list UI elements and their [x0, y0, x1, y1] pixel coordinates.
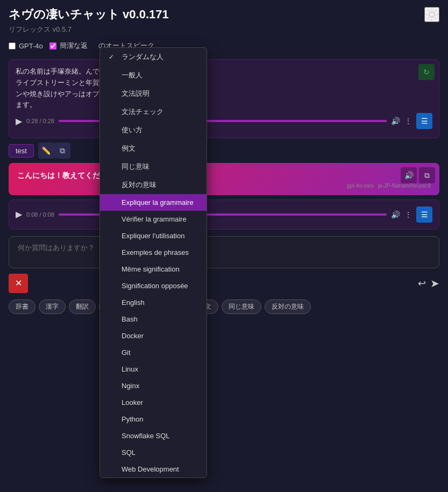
dropdown-item-python[interactable]: Python	[100, 411, 207, 427]
more-button-1[interactable]: ⋮	[404, 117, 412, 125]
volume-button-pink[interactable]: 🔊	[401, 167, 417, 183]
tag-onaji[interactable]: 同じ意味	[222, 300, 261, 314]
copy-button-pink[interactable]: ⧉	[419, 167, 435, 183]
dropdown-item-verifier-grammaire[interactable]: Vérifier la grammaire	[100, 211, 207, 227]
edit-tag-button[interactable]: ✏️	[38, 142, 54, 159]
volume-button-2[interactable]: 🔊	[391, 210, 400, 219]
dropdown-item-tsukaikata[interactable]: 使い方	[100, 121, 207, 139]
chat-area: ↻ 私の名前は手塚奈緒。んでいます。漫画編集者です。趣味は ライブストリーミンと…	[0, 55, 448, 234]
dropdown-item-expliquer-grammaire[interactable]: Expliquer la grammaire	[100, 194, 207, 211]
dropdown-item-git[interactable]: Git	[100, 344, 207, 361]
audio-time-2: 0:08 / 0:08	[26, 211, 54, 218]
svg-line-3	[428, 10, 428, 11]
message-actions-1: ↻	[418, 64, 435, 80]
audio-block-2: ▶ 0:08 / 0:08 🔊 ⋮ ☰	[9, 199, 439, 230]
svg-point-0	[429, 12, 435, 17]
pink-message-block: 🔊 ⧉ こんにちは！教えてください。楽しみにしています！ gpt-4o-mini…	[9, 163, 439, 195]
audio-bar-2: ▶ 0:08 / 0:08 🔊 ⋮ ☰	[16, 204, 432, 225]
more-button-2[interactable]: ⋮	[404, 210, 412, 219]
pink-message-actions: 🔊 ⧉	[401, 167, 435, 183]
test-tag-block: test ✏️ ⧉	[9, 142, 439, 159]
dropdown-item-reibun[interactable]: 例文	[100, 139, 207, 158]
top-bar: GPT-4o 簡潔な返 のオートスピーク	[0, 39, 448, 55]
dropdown-item-signification-opposee[interactable]: Signification opposée	[100, 277, 207, 294]
list-button-1[interactable]: ☰	[416, 113, 432, 129]
dropdown-item-webdev[interactable]: Web Development	[100, 461, 207, 477]
dropdown-item-bunpo-setumei[interactable]: 文法説明	[100, 84, 207, 103]
play-button-1[interactable]: ▶	[16, 116, 22, 126]
dropdown-item-nginx[interactable]: Nginx	[100, 377, 207, 394]
refresh-button-1[interactable]: ↻	[418, 64, 435, 80]
svg-line-7	[428, 18, 428, 18]
dropdown-item-general[interactable]: 一般人	[100, 66, 207, 84]
gpt4o-checkbox-label[interactable]: GPT-4o	[9, 42, 43, 50]
dropdown-item-english[interactable]: English	[100, 294, 207, 311]
volume-button-1[interactable]: 🔊	[391, 117, 400, 125]
audio-time-1: 0:28 / 0:28	[26, 118, 54, 124]
tag-honyaku[interactable]: 翻訳	[69, 300, 96, 314]
dropdown-item-exemples[interactable]: Exemples de phrases	[100, 244, 207, 261]
message-text-1: 私の名前は手塚奈緒。んでいます。漫画編集者です。趣味は ライブストリーミンと年賀…	[16, 66, 432, 111]
header: ネヴの凄いチャット v0.0.171	[0, 0, 448, 25]
simple-reply-checkbox[interactable]	[49, 42, 56, 49]
clear-button[interactable]: ✕	[9, 274, 28, 293]
svg-line-8	[435, 10, 436, 11]
bottom-tags: 辞書 漢字 翻訳 文法チェック 使い方 例文 同じ意味 反対の意味	[0, 295, 448, 318]
input-controls: ✕ ↩ ➤	[9, 274, 439, 293]
source-label-2: ja-JP-NanamiNeural:8	[378, 183, 431, 189]
test-tag: test	[9, 144, 34, 158]
dropdown-item-looker[interactable]: Looker	[100, 394, 207, 411]
dropdown-item-sql[interactable]: SQL	[100, 444, 207, 461]
undo-button[interactable]: ↩	[418, 277, 426, 289]
dropdown-item-expliquer-utilisation[interactable]: Expliquer l'utilisation	[100, 227, 207, 244]
message-block-1: ↻ 私の名前は手塚奈緒。んでいます。漫画編集者です。趣味は ライブストリーミンと…	[9, 59, 439, 138]
dropdown-item-linux[interactable]: Linux	[100, 361, 207, 377]
copy-tag-button[interactable]: ⧉	[54, 142, 70, 159]
app-title: ネヴの凄いチャット v0.0.171	[9, 6, 169, 23]
list-button-2[interactable]: ☰	[416, 206, 432, 223]
play-button-2[interactable]: ▶	[16, 209, 22, 219]
simple-reply-checkbox-label[interactable]: 簡潔な返	[49, 41, 88, 51]
dropdown-item-bunpo-check[interactable]: 文法チェック	[100, 103, 207, 121]
source-label-1: gpt-4o-mini	[347, 183, 374, 189]
app-subtitle: リフレックス v0.5.7	[0, 25, 448, 39]
tag-hantai[interactable]: 反対の意味	[265, 300, 311, 314]
check-icon-random: ✓	[109, 53, 117, 61]
send-button[interactable]: ➤	[430, 277, 439, 290]
tag-jisho[interactable]: 辞書	[9, 300, 35, 314]
pink-message-text: こんにちは！教えてください。楽しみにしています！	[17, 169, 431, 181]
dropdown-item-meme-signification[interactable]: Même signification	[100, 261, 207, 277]
svg-line-4	[435, 18, 436, 18]
dropdown-item-bash[interactable]: Bash	[100, 311, 207, 327]
message-input[interactable]	[9, 236, 439, 268]
dropdown-item-onaji[interactable]: 同じ意味	[100, 158, 207, 176]
audio-bar-1: ▶ 0:28 / 0:28 🔊 ⋮ ☰	[16, 111, 432, 131]
dropdown-item-docker[interactable]: Docker	[100, 327, 207, 344]
theme-toggle-button[interactable]	[424, 7, 439, 22]
input-area: ✕ ↩ ➤	[0, 234, 448, 295]
dropdown-item-random[interactable]: ✓ ランダムな人	[100, 48, 207, 66]
gpt4o-checkbox[interactable]	[9, 42, 16, 49]
dropdown-item-hantai[interactable]: 反対の意味	[100, 176, 207, 194]
source-labels: gpt-4o-mini ja-JP-NanamiNeural:8	[17, 183, 431, 189]
dropdown-item-snowflake[interactable]: Snowflake SQL	[100, 427, 207, 444]
tag-kanji[interactable]: 漢字	[39, 300, 66, 314]
persona-dropdown: ✓ ランダムな人 一般人 文法説明 文法チェック 使い方 例文 同じ意味 反対の…	[99, 47, 207, 478]
